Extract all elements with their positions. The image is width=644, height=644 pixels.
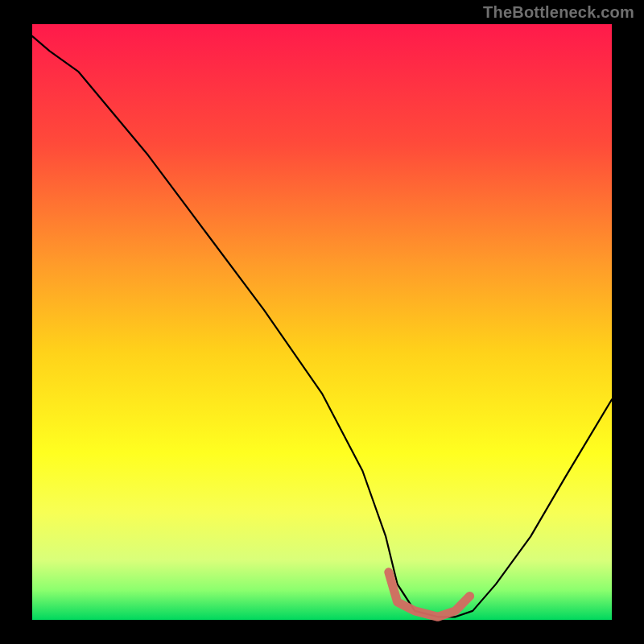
- chart-container: TheBottleneck.com: [0, 0, 644, 644]
- chart-svg: [0, 0, 644, 644]
- watermark-label: TheBottleneck.com: [483, 3, 634, 22]
- plot-area: [32, 24, 612, 620]
